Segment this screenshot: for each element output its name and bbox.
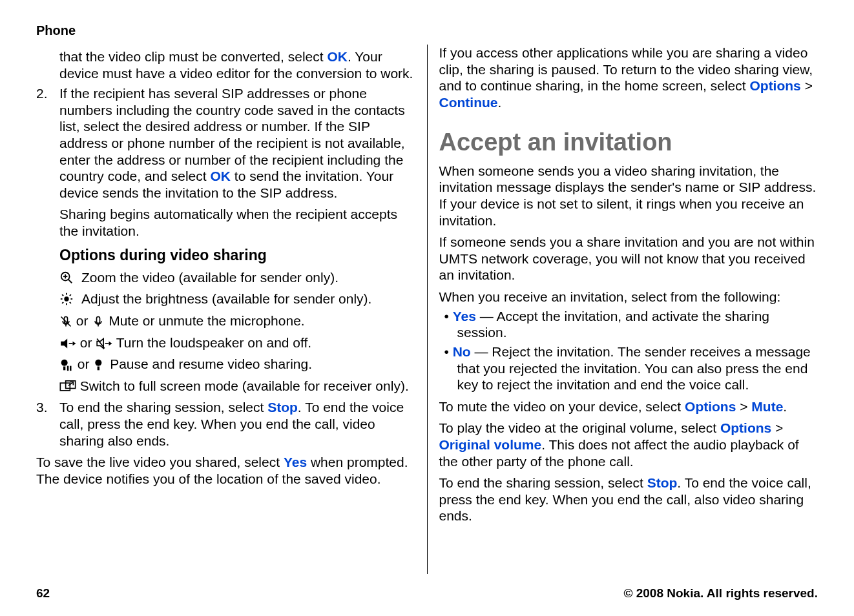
step2: 2.If the recipient has several SIP addre… [36, 85, 415, 201]
mute-note: To mute the video on your device, select… [439, 398, 818, 415]
step1-continued: that the video clip must be converted, s… [36, 48, 415, 81]
page-footer: 62 © 2008 Nokia. All rights reserved. [36, 586, 818, 601]
text: . [497, 95, 501, 110]
paragraph: When someone sends you a video sharing i… [439, 163, 818, 229]
fullscreen-icon [59, 380, 76, 393]
left-column: that the video clip must be converted, s… [36, 45, 427, 574]
manual-page: Phone that the video clip must be conver… [0, 0, 854, 616]
mic-off-icon [59, 315, 72, 328]
step2-note: Sharing begins automatically when the re… [36, 206, 415, 239]
text: To save the live video you shared, selec… [36, 455, 284, 469]
text: — Accept the invitation, and activate th… [457, 309, 770, 340]
bullet-no: No — Reject the invitation. The sender r… [439, 344, 818, 393]
link-continue[interactable]: Continue [439, 95, 498, 110]
paragraph: When you receive an invitation, select f… [439, 289, 818, 305]
pause-sharing-note: If you access other applications while y… [439, 45, 818, 110]
link-options[interactable]: Options [720, 420, 771, 435]
brightness-icon [59, 292, 74, 306]
page-number: 62 [36, 586, 50, 601]
svg-point-29 [96, 360, 102, 366]
option-loudspeaker: or Turn the loudspeaker on and off. [36, 334, 415, 351]
svg-point-25 [61, 360, 68, 366]
text: > [771, 420, 783, 435]
text-or: or [76, 335, 96, 350]
end-sharing-note: To end the sharing session, select Stop.… [439, 475, 818, 524]
video-pause-icon [59, 358, 74, 371]
svg-rect-26 [63, 367, 65, 371]
svg-marker-20 [73, 341, 76, 345]
text: To mute the video on your device, select [439, 399, 685, 414]
text: Pause and resume video sharing. [106, 356, 312, 371]
svg-rect-16 [97, 316, 100, 323]
link-yes[interactable]: Yes [284, 455, 307, 469]
link-ok[interactable]: OK [327, 49, 348, 64]
svg-line-10 [70, 302, 71, 303]
text-or: or [74, 356, 93, 371]
zoom-icon [59, 271, 74, 285]
text: Switch to full screen mode (available fo… [76, 378, 409, 393]
option-fullscreen: Switch to full screen mode (available fo… [36, 378, 415, 395]
link-ok[interactable]: OK [210, 169, 231, 183]
text: — Reject the invitation. The sender rece… [457, 344, 811, 392]
text: > [801, 78, 813, 93]
section-header: Phone [36, 23, 818, 38]
speaker-on-icon [59, 337, 76, 350]
link-mute[interactable]: Mute [751, 399, 783, 414]
link-no[interactable]: No [453, 344, 471, 359]
paragraph: If someone sends you a share invitation … [439, 234, 818, 283]
two-columns: that the video clip must be converted, s… [36, 45, 818, 574]
link-stop[interactable]: Stop [267, 400, 298, 415]
speaker-off-icon [96, 337, 112, 350]
text-or: or [72, 313, 92, 328]
text: Turn the loudspeaker on and off. [112, 335, 311, 350]
text: Mute or unmute the microphone. [105, 313, 304, 328]
option-pause-resume: or Pause and resume video sharing. [36, 356, 415, 373]
mic-on-icon [92, 315, 105, 328]
link-yes[interactable]: Yes [453, 309, 476, 323]
text: that the video clip must be converted, s… [59, 49, 327, 64]
svg-line-12 [70, 294, 71, 296]
bullet-yes: Yes — Accept the invitation, and activat… [439, 308, 818, 341]
svg-point-4 [64, 296, 68, 301]
step3: 3.To end the sharing session, select Sto… [36, 399, 415, 449]
option-microphone: or Mute or unmute the microphone. [36, 313, 415, 329]
option-zoom: Zoom the video (available for sender onl… [36, 269, 415, 286]
section-heading: Accept an invitation [439, 127, 818, 157]
svg-marker-18 [61, 338, 67, 348]
option-brightness: Adjust the brightness (available for sen… [36, 291, 415, 307]
svg-rect-28 [70, 366, 72, 371]
svg-line-1 [68, 279, 72, 283]
svg-rect-30 [98, 367, 99, 371]
text: To play the video at the original volume… [439, 420, 720, 435]
list-number: 2. [36, 85, 59, 102]
link-options[interactable]: Options [685, 399, 736, 414]
copyright: © 2008 Nokia. All rights reserved. [623, 586, 818, 601]
text: To end the sharing session, select [59, 400, 267, 415]
right-column: If you access other applications while y… [427, 45, 818, 574]
text: Zoom the video (available for sender onl… [81, 269, 415, 286]
list-number: 3. [36, 399, 59, 416]
text: . [783, 399, 787, 414]
link-stop[interactable]: Stop [647, 475, 678, 490]
original-volume-note: To play the video at the original volume… [439, 420, 818, 469]
video-resume-icon [93, 358, 106, 371]
text: Adjust the brightness (available for sen… [81, 291, 415, 307]
link-original-volume[interactable]: Original volume [439, 437, 542, 452]
text: > [736, 399, 751, 414]
options-heading: Options during video sharing [36, 246, 415, 264]
save-video-note: To save the live video you shared, selec… [36, 454, 415, 487]
link-options[interactable]: Options [749, 78, 800, 93]
svg-line-11 [62, 302, 63, 303]
svg-line-9 [62, 294, 63, 296]
text: To end the sharing session, select [439, 475, 647, 490]
svg-rect-27 [67, 366, 69, 371]
